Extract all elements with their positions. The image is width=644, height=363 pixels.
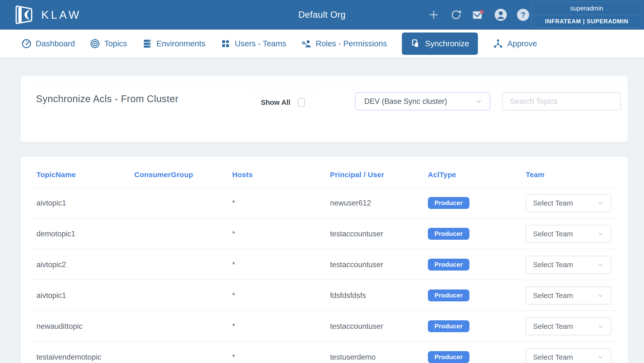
- team-cell: Select Team: [526, 317, 614, 335]
- nav-item-roles-permissions[interactable]: Roles - Permissions: [301, 38, 387, 49]
- acl-type-cell: Producer: [428, 259, 526, 271]
- hosts: *: [232, 230, 330, 238]
- brand[interactable]: KLAW: [13, 0, 81, 29]
- klaw-logo-icon: [13, 3, 36, 26]
- hosts: *: [232, 199, 330, 207]
- nav-item-label: Approve: [507, 39, 537, 48]
- team-cell: Select Team: [526, 348, 614, 363]
- acl-type-badge: Producer: [428, 259, 470, 271]
- acl-type-cell: Producer: [428, 351, 526, 363]
- acl-type-cell: Producer: [428, 290, 526, 301]
- table-row: aivtopic2*testaccountuserProducerSelect …: [21, 249, 628, 280]
- column-header-hosts: Hosts: [232, 171, 330, 179]
- chevron-down-icon: [597, 354, 604, 361]
- plus-icon[interactable]: [428, 8, 440, 21]
- principal-user: fdsfdsfdsfs: [330, 291, 428, 300]
- help-icon[interactable]: ?: [517, 8, 530, 21]
- team-cell: Select Team: [526, 225, 614, 243]
- principal-user: testuserdemo: [330, 353, 428, 362]
- dashboard-icon: [21, 38, 32, 49]
- cluster-select[interactable]: DEV (Base Sync cluster): [355, 92, 490, 110]
- team-role: INFRATEAM | SUPERADMIN: [532, 15, 642, 28]
- team-cell: Select Team: [526, 194, 614, 212]
- column-header-consumergroup: ConsumerGroup: [134, 171, 232, 179]
- search-topics-input[interactable]: [502, 92, 621, 110]
- acl-type-badge: Producer: [428, 290, 470, 301]
- user-menu[interactable]: superadmin INFRATEAM | SUPERADMIN: [531, 2, 642, 28]
- hosts: *: [232, 322, 330, 331]
- environments-icon: [142, 38, 152, 49]
- topic-name: testaivendemotopic: [36, 353, 134, 362]
- nav-item-users-teams[interactable]: Users - Teams: [220, 38, 286, 49]
- nav-item-approve[interactable]: Approve: [493, 38, 537, 49]
- show-all-checkbox[interactable]: [298, 98, 305, 107]
- table-row: testaivendemotopic*testuserdemoProducerS…: [21, 342, 628, 363]
- nav-item-label: Dashboard: [36, 39, 75, 48]
- acl-type-badge: Producer: [428, 320, 470, 332]
- team-select[interactable]: Select Team: [526, 225, 611, 243]
- nav-item-label: Users - Teams: [235, 39, 286, 48]
- users-teams-icon: [220, 38, 231, 49]
- svg-text:?: ?: [521, 10, 526, 19]
- acl-type-cell: Producer: [428, 197, 526, 209]
- topic-name: newaudittopic: [36, 322, 134, 331]
- hosts: *: [232, 291, 330, 300]
- top-header: KLAW Default Org ? superadmin INFRATEAM …: [0, 0, 644, 29]
- chevron-down-icon: [597, 231, 604, 237]
- roles-permissions-icon: [301, 38, 312, 49]
- column-header-topicname: TopicName: [36, 171, 134, 179]
- team-select-value: Select Team: [533, 322, 573, 331]
- topic-name: aivtopic1: [36, 199, 134, 207]
- main-nav: DashboardTopicsEnvironmentsUsers - Teams…: [0, 29, 644, 57]
- team-select[interactable]: Select Team: [526, 287, 611, 305]
- mail-icon[interactable]: [472, 8, 485, 21]
- cluster-select-value: DEV (Base Sync cluster): [364, 97, 447, 106]
- nav-item-label: Roles - Permissions: [316, 39, 387, 48]
- team-select[interactable]: Select Team: [526, 256, 611, 274]
- nav-item-synchronize[interactable]: Synchronize: [402, 32, 478, 55]
- team-select-value: Select Team: [533, 230, 573, 238]
- chevron-down-icon: [597, 292, 604, 299]
- column-header-team: Team: [526, 171, 614, 179]
- team-select-value: Select Team: [533, 261, 573, 269]
- team-select[interactable]: Select Team: [526, 317, 611, 335]
- show-all-control: Show All: [243, 91, 323, 107]
- team-select-value: Select Team: [533, 199, 573, 207]
- filters-top-rule: [31, 85, 625, 86]
- table-body: aivtopic1*newuser612ProducerSelect Teamd…: [21, 188, 628, 363]
- refresh-icon[interactable]: [450, 8, 462, 21]
- filters-card: Synchronize Acls - From Cluster Show All…: [21, 76, 628, 142]
- team-select[interactable]: Select Team: [526, 348, 611, 363]
- nav-item-label: Synchronize: [425, 39, 469, 48]
- topic-name: aivtopic2: [36, 260, 134, 269]
- principal-user: testaccountuser: [330, 230, 428, 238]
- hosts: *: [232, 260, 330, 269]
- chevron-down-icon: [597, 323, 604, 330]
- chevron-down-icon: [597, 200, 604, 207]
- team-select[interactable]: Select Team: [526, 194, 611, 212]
- team-select-value: Select Team: [533, 291, 573, 300]
- acl-type-badge: Producer: [428, 228, 470, 240]
- nav-item-label: Topics: [104, 39, 127, 48]
- table-row: newaudittopic*testaccountuserProducerSel…: [21, 311, 628, 342]
- chevron-down-icon: [475, 98, 482, 105]
- team-cell: Select Team: [526, 256, 614, 274]
- topic-name: aivtopic1: [36, 291, 134, 300]
- topics-icon: [90, 38, 100, 49]
- topic-name: demotopic1: [36, 230, 134, 238]
- table-row: aivtopic1*newuser612ProducerSelect Team: [21, 188, 628, 218]
- table-header-row: TopicNameConsumerGroupHostsPrincipal / U…: [21, 156, 628, 188]
- page-title: Synchronize Acls - From Cluster: [36, 93, 178, 104]
- user-icon[interactable]: [494, 8, 507, 21]
- acl-type-cell: Producer: [428, 320, 526, 332]
- principal-user: testaccountuser: [330, 322, 428, 331]
- nav-item-environments[interactable]: Environments: [142, 38, 206, 49]
- acl-type-cell: Producer: [428, 228, 526, 240]
- column-header-principal-user: Principal / User: [330, 171, 428, 179]
- table-row: aivtopic1*fdsfdsfdsfsProducerSelect Team: [21, 280, 628, 311]
- nav-item-label: Environments: [156, 39, 206, 48]
- username: superadmin: [532, 2, 642, 15]
- synchronize-icon: [411, 38, 421, 49]
- nav-item-topics[interactable]: Topics: [90, 38, 127, 49]
- nav-item-dashboard[interactable]: Dashboard: [21, 38, 75, 49]
